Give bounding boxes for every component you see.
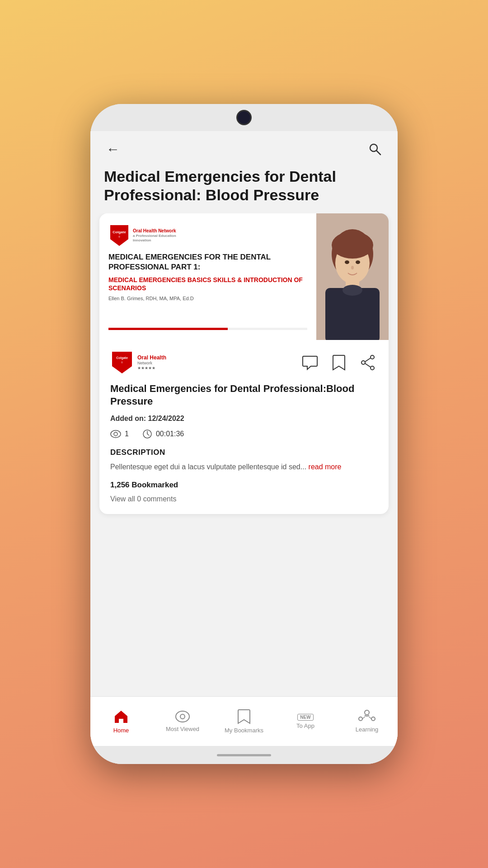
colgate-shield-thumb-icon: Colgate ® [108,223,130,248]
back-button[interactable]: ← [104,140,122,158]
course-thumbnail: Colgate ® Oral Health Network a Professi… [99,213,389,340]
svg-text:®: ® [118,236,120,238]
my-bookmarks-icon [238,709,250,724]
colgate-logo-text: Oral Health Network ★★★★★ [137,354,166,371]
search-button[interactable] [366,140,384,158]
colgate-logo: Colgate ® Oral Health Network ★★★★★ [110,350,166,375]
nav-item-most-viewed[interactable]: Most Viewed [152,697,213,746]
svg-line-1 [376,151,380,155]
svg-point-18 [361,361,365,364]
scroll-content: Colgate ® Oral Health Network a Professi… [90,213,398,696]
svg-point-26 [176,711,189,722]
most-viewed-icon [175,710,190,723]
svg-point-27 [180,714,185,719]
svg-line-32 [369,717,371,719]
bottom-navigation: Home Most Viewed My Bookmarks NEW To App [90,696,398,746]
person-silhouette-icon [316,213,389,340]
colgate-network-label: Network [137,361,166,366]
top-navigation: ← [90,131,398,163]
phone-screen: ← Medical Emergencies for Dental Profess… [90,131,398,746]
course-card: Colgate ® Oral Health Network a Professi… [99,213,389,514]
comment-icon [302,354,318,371]
nav-item-learning[interactable]: Learning [336,697,398,746]
nav-item-new-to-app[interactable]: NEW To App [275,697,336,746]
svg-point-22 [114,432,117,436]
views-stat: 1 [110,430,129,438]
search-icon [368,142,382,156]
svg-rect-9 [325,288,380,340]
phone-top-bar [90,104,398,131]
card-actions [300,353,378,373]
duration-text: 00:01:36 [156,430,184,438]
nav-label-most-viewed: Most Viewed [166,726,199,732]
description-content: Pellentesque eget dui a lacus vulputate … [110,463,306,471]
svg-point-21 [111,430,121,438]
nav-label-home: Home [113,727,129,734]
card-title: Medical Emergencies for Dental Professio… [110,382,378,408]
read-more-link[interactable]: read more [309,463,342,471]
phone-bottom-bar [90,746,398,764]
card-header-row: Colgate ® Oral Health Network ★★★★★ [110,350,378,375]
svg-point-11 [345,260,349,264]
svg-text:Colgate: Colgate [113,230,126,234]
thumbnail-main-title: MEDICAL EMERGENCIES FOR THE DENTAL PROFE… [108,252,307,272]
svg-point-28 [365,710,369,715]
bookmark-button[interactable] [329,353,349,373]
nav-label-new-to-app: To App [296,722,314,729]
added-on-label: Added on: [110,415,146,422]
colgate-education-label: ★★★★★ [137,366,166,371]
description-text: Pellentesque eget dui a lacus vulputate … [110,462,378,472]
thumbnail-person-image [316,213,389,340]
svg-point-17 [371,366,374,370]
bookmarked-count: 1,256 Bookmarked [110,481,378,490]
description-label: DESCRIPTION [110,448,378,457]
added-on-row: Added on: 12/24/2022 [110,415,378,423]
page-title-section: Medical Emergencies for Dental Professio… [90,163,398,213]
svg-text:Colgate: Colgate [116,356,128,360]
share-button[interactable] [358,353,378,373]
camera [238,111,250,124]
views-icon [110,430,121,438]
nav-item-home[interactable]: Home [90,697,152,746]
thumbnail-text-area: Colgate ® Oral Health Network a Professi… [99,213,316,340]
svg-point-16 [371,355,374,359]
colgate-shield-icon: Colgate ® [110,350,134,375]
thumbnail-author: Ellen B. Grimes, RDH, MA, MPA, Ed.D [108,296,307,301]
back-arrow-icon: ← [106,142,120,157]
view-comments-link[interactable]: View all 0 comments [110,495,378,503]
duration-stat: 00:01:36 [142,429,184,439]
svg-line-25 [147,434,149,435]
nav-label-learning: Learning [356,726,379,733]
views-count: 1 [125,430,129,438]
thumbnail-bottom-line [108,328,307,330]
phone-frame: ← Medical Emergencies for Dental Profess… [90,104,398,764]
thumbnail-logo: Colgate ® Oral Health Network a Professi… [108,223,307,248]
share-icon [360,354,376,371]
bookmark-icon [332,354,346,371]
new-badge: NEW [297,714,313,721]
svg-line-31 [362,717,365,719]
added-on-date: 12/24/2022 [148,415,184,422]
svg-line-20 [365,363,371,367]
thumbnail-sub-title: MEDICAL EMERGENCIES BASICS SKILLS & INTR… [108,276,307,292]
nav-item-my-bookmarks[interactable]: My Bookmarks [213,697,275,746]
svg-point-12 [356,260,360,264]
stats-row: 1 00:01:36 [110,429,378,439]
svg-point-7 [332,231,373,259]
home-indicator [217,754,271,756]
card-body: Colgate ® Oral Health Network ★★★★★ [99,340,389,514]
clock-icon [142,429,152,439]
comment-button[interactable] [300,353,320,373]
nav-label-my-bookmarks: My Bookmarks [225,727,263,734]
svg-point-10 [343,285,362,296]
page-title: Medical Emergencies for Dental Professio… [104,167,384,204]
learning-icon [358,710,376,723]
svg-point-30 [371,717,375,721]
svg-point-29 [359,717,362,721]
svg-line-19 [365,358,371,362]
svg-point-13 [351,266,354,269]
colgate-brand-name: Oral Health [137,354,166,361]
home-icon [113,709,129,724]
